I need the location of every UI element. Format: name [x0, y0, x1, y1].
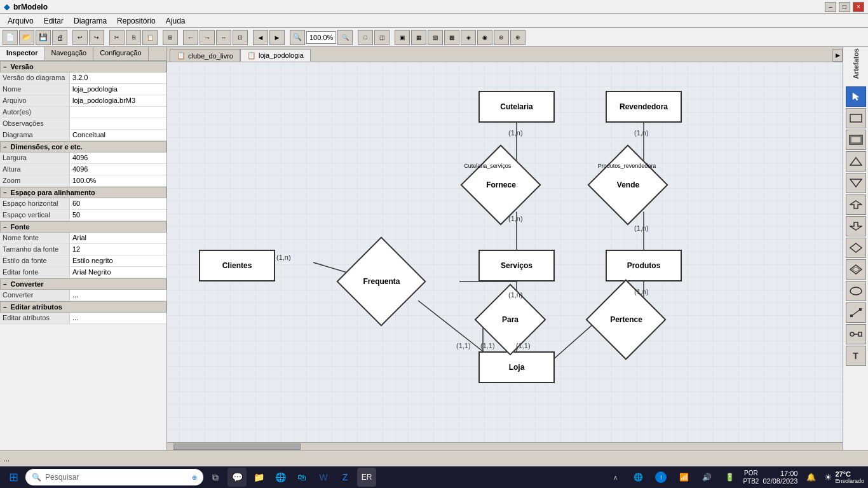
toolbar-zoom-out[interactable]: → — [200, 30, 215, 45]
relationship-para[interactable]: Para — [472, 301, 548, 339]
tool-arrow-down[interactable] — [846, 194, 866, 215]
tab-navegacao[interactable]: Navegação — [45, 47, 94, 60]
entity-loja[interactable]: Loja — [478, 351, 555, 383]
relationship-fornece[interactable]: Cutelaria_serviços Fornece — [455, 163, 547, 207]
tool-attribute[interactable] — [846, 281, 866, 301]
tab-clube-livro[interactable]: 📋 clube_do_livro — [170, 49, 240, 62]
tool-entity[interactable] — [846, 108, 866, 128]
taskbar-app-word[interactable]: W — [314, 468, 333, 487]
section-alinhamento[interactable]: – Espaço para alinhamento — [0, 187, 166, 198]
toolbar-b1[interactable]: ▣ — [395, 30, 410, 45]
tool-arrow-up[interactable] — [846, 216, 866, 236]
tool-weak-entity[interactable] — [846, 130, 866, 150]
tool-relationship[interactable] — [846, 238, 866, 258]
titlebar-controls: – □ × — [825, 2, 864, 12]
tray-battery[interactable]: 🔋 — [720, 468, 739, 487]
toolbar-save[interactable]: 💾 — [36, 30, 51, 45]
tool-line[interactable] — [846, 302, 866, 323]
entity-revendedora[interactable]: Revendedora — [606, 91, 682, 123]
taskbar-app-chat[interactable]: 💬 — [227, 468, 247, 487]
toolbar-zoom-fit[interactable]: ⊡ — [233, 30, 248, 45]
toolbar-nav-prev[interactable]: ◄ — [253, 30, 268, 45]
close-button[interactable]: × — [853, 2, 864, 12]
task-view-button[interactable]: ⧉ — [206, 468, 225, 487]
toolbar-copy[interactable]: ⎘ — [126, 30, 141, 45]
toolbar-align[interactable]: ⊞ — [163, 30, 178, 45]
horizontal-scrollbar[interactable] — [167, 442, 843, 450]
toolbar-b5[interactable]: ◈ — [461, 30, 476, 45]
tool-specialization[interactable] — [846, 173, 866, 193]
toolbar-open[interactable]: 📂 — [19, 30, 34, 45]
entity-produtos[interactable]: Produtos — [606, 250, 682, 281]
tool-specialization-up[interactable] — [846, 151, 866, 172]
tool-text[interactable]: T — [846, 346, 866, 366]
tab-nav-arrow[interactable]: ▶ — [832, 49, 843, 62]
tray-expand[interactable]: ∧ — [606, 468, 625, 487]
diagram-canvas[interactable]: Cutelaria Revendedora Serviços Produtos … — [167, 62, 843, 442]
maximize-button[interactable]: □ — [839, 2, 850, 12]
tab-inspector[interactable]: Inspector — [0, 47, 45, 60]
toolbar-nav-next[interactable]: ► — [269, 30, 285, 45]
taskbar-app-files[interactable]: 📁 — [249, 468, 268, 487]
tray-network[interactable]: 🌐 — [628, 468, 648, 487]
svg-rect-30 — [858, 332, 862, 336]
taskbar-app-browser[interactable]: 🌐 — [271, 468, 290, 487]
taskbar-app-zoom[interactable]: Z — [336, 468, 355, 487]
menu-diagrama[interactable]: Diagrama — [69, 15, 112, 27]
toolbar-paste[interactable]: 📋 — [142, 30, 158, 45]
toolbar-b6[interactable]: ◉ — [477, 30, 492, 45]
toolbar-zoom-glass[interactable]: 🔍 — [290, 30, 305, 45]
toolbar-undo[interactable]: ↩ — [72, 30, 88, 45]
tool-key-attribute[interactable] — [846, 259, 866, 280]
toolbar-b3[interactable]: ▧ — [428, 30, 443, 45]
section-dimensoes[interactable]: – Dimensões, cor e etc. — [0, 141, 166, 152]
toolbar-new[interactable]: 📄 — [3, 30, 18, 45]
toolbar-b7[interactable]: ⊛ — [494, 30, 509, 45]
tab-loja-podologia[interactable]: 📋 loja_podologia — [240, 49, 311, 62]
scrollbar-thumb[interactable] — [173, 444, 301, 450]
notification-button[interactable]: 🔔 — [801, 468, 820, 487]
tool-connection[interactable] — [846, 324, 866, 344]
tray-update[interactable]: ! — [651, 468, 670, 487]
toolbar-redo[interactable]: ↪ — [89, 30, 104, 45]
toolbar-extra2[interactable]: ◫ — [374, 30, 390, 45]
weather-icon: ☀ — [824, 472, 832, 482]
taskbar-app-store[interactable]: 🛍 — [292, 468, 311, 487]
menu-repositorio[interactable]: Repositório — [112, 15, 161, 27]
toolbar-print[interactable]: 🖨 — [52, 30, 67, 45]
menu-ajuda[interactable]: Ajuda — [161, 15, 191, 27]
toolbar-b4[interactable]: ▩ — [444, 30, 459, 45]
toolbar-b2[interactable]: ▦ — [411, 30, 426, 45]
taskbar-app-brmodelo[interactable]: ER — [357, 468, 376, 487]
section-fonte[interactable]: – Fonte — [0, 221, 166, 233]
label-cutelaria-fornece: (1,n) — [508, 129, 523, 137]
toolbar-b8[interactable]: ⊕ — [510, 30, 526, 45]
start-button[interactable]: ⊞ — [4, 468, 23, 487]
entity-servicos[interactable]: Serviços — [478, 250, 555, 281]
label-servicos-para: (1,n) — [508, 291, 523, 299]
minimize-button[interactable]: – — [825, 2, 836, 12]
toolbar-zoom-custom[interactable]: 🔍 — [337, 30, 353, 45]
menu-editar[interactable]: Editar — [39, 15, 69, 27]
attribute-icon — [850, 286, 862, 296]
tray-wifi[interactable]: 📶 — [674, 468, 693, 487]
toolbar-cut[interactable]: ✂ — [109, 30, 125, 45]
relationship-pertence[interactable]: Pertence — [580, 301, 672, 339]
section-versao[interactable]: – Versão — [0, 61, 166, 72]
section-converter[interactable]: – Converter — [0, 278, 166, 290]
entity-cutelaria[interactable]: Cutelaria — [478, 91, 555, 123]
relationship-frequenta[interactable]: Frequenta — [332, 259, 431, 304]
section-editar-atributos[interactable]: – Editar atributos — [0, 301, 166, 313]
menu-arquivo[interactable]: Arquivo — [3, 15, 39, 27]
tab-configuracao[interactable]: Configuração — [93, 47, 148, 60]
toolbar-zoom-reset[interactable]: ↔ — [216, 30, 231, 45]
connection-icon — [850, 329, 862, 339]
taskbar-search-box[interactable]: 🔍 Pesquisar ⊕ — [25, 469, 203, 485]
tool-select[interactable] — [846, 86, 866, 107]
toolbar-extra1[interactable]: □ — [358, 30, 373, 45]
relationship-vende[interactable]: Produtos_revendedora Vende — [582, 163, 674, 207]
toolbar-zoom-in[interactable]: ← — [183, 30, 198, 45]
entity-clientes[interactable]: Clientes — [199, 250, 275, 281]
taskbar-datetime[interactable]: 17:00 02/08/2023 — [763, 470, 797, 485]
tray-volume[interactable]: 🔊 — [697, 468, 716, 487]
